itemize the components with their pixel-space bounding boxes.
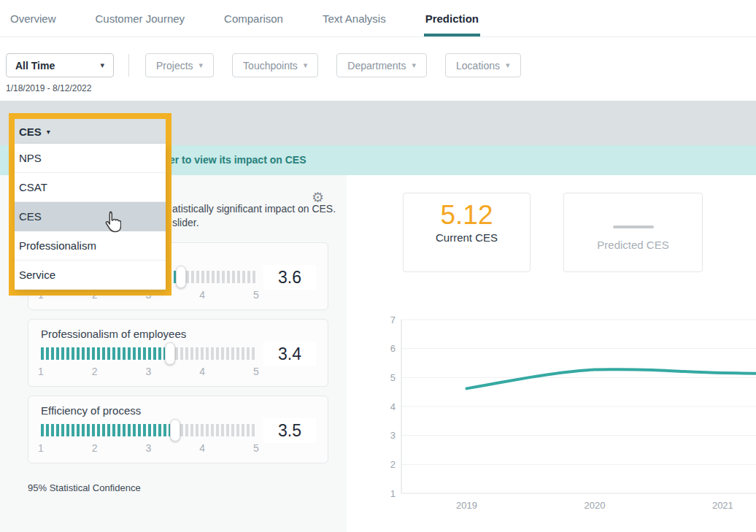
chevron-down-icon: ▾ [199,61,204,70]
scale-label: 4 [199,289,205,301]
scale-label: 5 [253,442,259,454]
chevron-down-icon: ▾ [47,128,50,136]
y-axis-tick-label: 6 [390,343,396,354]
slider-handle[interactable] [170,419,180,442]
filter-bar: All Time ▾ Projects▾Touchpoints▾Departme… [0,37,756,101]
scale-label: 3 [146,366,152,377]
slider-handle[interactable] [176,266,186,288]
info-banner-text: er to view its impact on CES [169,145,306,175]
prediction-dashboard: OverviewCustomer JourneyComparisonText A… [0,0,756,532]
chevron-down-icon: ▾ [412,61,417,70]
scale-label: 2 [92,442,98,454]
scale-label: 1 [38,442,44,454]
slider-track[interactable] [41,424,256,436]
date-range-label: 1/18/2019 - 8/12/2022 [6,83,91,93]
scale-label: 4 [199,442,205,454]
filter-label: Touchpoints [243,60,298,72]
driver-title: Professionalism of employees [41,328,186,340]
driver-title: Efficiency of process [41,404,141,417]
scale-label: 1 [38,366,44,377]
driver-slider-card: Efficiency of process3.512345 [28,396,328,463]
tab-comparison[interactable]: Comparison [224,0,283,36]
filter-projects[interactable]: Projects▾ [145,53,214,77]
current-ces-card: 5.12 Current CES [403,193,531,272]
filter-label: Locations [456,60,500,72]
filter-label: Projects [156,60,193,72]
tab-text-analysis[interactable]: Text Analysis [323,0,386,36]
y-axis-tick-label: 5 [390,372,396,383]
metric-dropdown-value: CES [19,126,42,138]
slider-ticks-rest [175,424,256,436]
x-axis-tick-label: 2021 [712,500,733,511]
drivers-intro-line2: slider. [172,217,199,228]
scale-label: 3 [146,442,152,454]
current-ces-label: Current CES [436,231,498,244]
y-axis-tick-label: 4 [390,401,396,412]
predicted-ces-label: Predicted CES [597,239,668,251]
trend-line [466,369,756,388]
filter-touchpoints[interactable]: Touchpoints▾ [232,53,318,77]
ces-trend-chart: 1234567201920202021 [379,310,756,522]
y-axis-tick-label: 2 [390,459,396,470]
x-axis-tick-label: 2019 [456,500,477,511]
time-range-select[interactable]: All Time ▾ [6,53,114,77]
predicted-ces-card: Predicted CES [563,193,703,272]
filter-buttons: Projects▾Touchpoints▾Departments▾Locatio… [145,53,521,77]
current-ces-value: 5.12 [440,201,493,230]
predicted-ces-empty-dash [613,225,654,228]
annotation-highlight-box: CES ▾ NPSCSATCESProfessionalismService [9,113,171,296]
scale-label: 5 [253,366,259,377]
y-axis-tick-label: 7 [390,315,396,325]
driver-value: 3.6 [263,265,316,290]
slider-track[interactable] [41,347,256,360]
slider-handle[interactable] [165,342,175,365]
y-axis-tick-label: 3 [390,430,396,441]
x-axis-tick-label: 2020 [584,500,605,511]
scale-label: 2 [92,366,98,377]
driver-value: 3.5 [263,418,316,443]
scale-label: 4 [199,366,205,377]
tab-customer-journey[interactable]: Customer Journey [96,0,185,36]
slider-ticks-rest [181,271,256,283]
hand-cursor-icon [104,210,121,234]
filter-label: Departments [347,60,406,72]
metric-dropdown-menu: NPSCSATCESProfessionalismService [15,144,166,290]
slider-ticks-rest [170,347,256,360]
menu-item-service[interactable]: Service [15,261,166,290]
filter-departments[interactable]: Departments▾ [336,53,427,77]
menu-item-professionalism[interactable]: Professionalism [15,231,166,261]
slider-ticks-filled [41,424,175,436]
scale-label: 5 [253,289,259,301]
menu-item-ces[interactable]: CES [15,202,166,231]
tab-overview[interactable]: Overview [10,0,56,36]
tab-prediction[interactable]: Prediction [425,0,479,36]
chevron-down-icon: ▾ [506,61,510,70]
driver-slider-card: Professionalism of employees3.412345 [28,319,328,387]
menu-item-nps[interactable]: NPS [15,144,166,173]
top-nav: OverviewCustomer JourneyComparisonText A… [0,0,756,37]
chevron-down-icon: ▾ [100,61,104,70]
chevron-down-icon: ▾ [304,61,308,70]
driver-value: 3.4 [263,342,316,366]
metric-dropdown-header[interactable]: CES ▾ [15,119,166,144]
divider [128,54,129,77]
slider-scale: 12345 [41,442,256,454]
menu-item-csat[interactable]: CSAT [15,173,166,202]
filter-locations[interactable]: Locations▾ [445,53,520,77]
slider-scale: 12345 [41,366,256,377]
y-axis-tick-label: 1 [390,488,396,499]
slider-ticks-filled [41,347,170,360]
drivers-intro-line1: atistically significant impact on CES. [172,203,336,215]
nav-tabs: OverviewCustomer JourneyComparisonText A… [0,0,756,36]
time-range-value: All Time [15,60,100,72]
confidence-note: 95% Statistical Confidence [28,482,141,493]
